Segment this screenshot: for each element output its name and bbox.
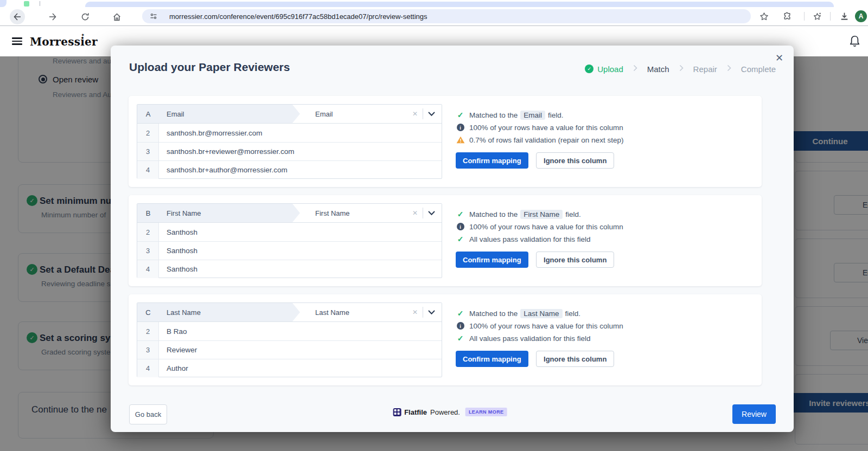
- row-number: 4: [137, 260, 159, 278]
- notifications-bell-icon[interactable]: [849, 35, 860, 50]
- column-letter: A: [137, 110, 159, 118]
- step-complete: Complete: [741, 65, 776, 74]
- url-text[interactable]: morressier.com/conference/event/695c916f…: [169, 12, 427, 21]
- table-row: 3 Santhosh: [137, 241, 442, 260]
- import-stepper: ✓UploadMatchRepairComplete: [585, 64, 776, 74]
- table-row: 4 santhosh.br+author@morressier.com: [137, 160, 442, 179]
- validation-note: ✓ Matched to theFirst Namefield.: [456, 210, 754, 218]
- brand-logo[interactable]: Morressier✦: [30, 35, 98, 48]
- table-row: 2 santhosh.br@morressier.com: [137, 124, 442, 142]
- back-icon[interactable]: [10, 9, 25, 24]
- close-icon[interactable]: ✕: [773, 51, 786, 65]
- validation-notes: ✓ Matched to theFirst Namefield. i 100% …: [456, 210, 754, 243]
- toolbar-divider: [830, 12, 831, 21]
- extensions-icon[interactable]: [781, 11, 792, 22]
- go-back-button[interactable]: Go back: [129, 404, 167, 424]
- reload-icon[interactable]: [78, 9, 93, 24]
- row-number: 3: [137, 143, 159, 160]
- clear-selection-icon[interactable]: ✕: [412, 308, 418, 316]
- menu-icon[interactable]: [12, 37, 22, 45]
- column-mapping-block: C Last Name Last Name ✕ 2 B Rao 3 Review…: [129, 294, 762, 385]
- info-icon: i: [456, 223, 465, 230]
- tab-favicon: [24, 1, 29, 7]
- row-number: 3: [137, 242, 159, 260]
- column-header-row: C Last Name Last Name ✕: [137, 303, 442, 322]
- tab-divider: [40, 1, 40, 6]
- validation-notes: ✓ Matched to theLast Namefield. i 100% o…: [456, 309, 754, 343]
- ignore-column-button[interactable]: Ignore this column: [536, 152, 614, 169]
- browser-tab-strip: [0, 0, 868, 7]
- row-value: Santhosh: [159, 242, 442, 260]
- step-match: Match: [647, 65, 669, 74]
- upload-reviewers-modal: Upload your Paper Reviewers ✕ ✓UploadMat…: [111, 46, 794, 432]
- source-column-table: C Last Name Last Name ✕ 2 B Rao 3 Review…: [137, 302, 442, 377]
- extension-star-icon[interactable]: [812, 11, 822, 22]
- table-row: 2 B Rao: [137, 322, 442, 340]
- step-check-icon: ✓: [585, 65, 593, 73]
- info-icon: i: [456, 124, 465, 131]
- column-header-row: A Email Email ✕: [137, 105, 442, 124]
- row-value: Author: [159, 359, 442, 377]
- chevron-down-icon[interactable]: [428, 208, 435, 218]
- field-select[interactable]: Last Name ✕: [300, 303, 442, 321]
- learn-more-link[interactable]: LEARN MORE: [465, 408, 507, 416]
- mapping-actions: Confirm mapping Ignore this column: [456, 252, 754, 268]
- download-icon[interactable]: [839, 11, 850, 22]
- screen: morressier.com/conference/event/695c916f…: [0, 0, 868, 451]
- chevron-down-icon[interactable]: [428, 109, 435, 119]
- table-row: 4 Author: [137, 359, 442, 377]
- validation-note: ✓ All values pass validation for this fi…: [456, 334, 754, 343]
- column-letter: C: [137, 308, 159, 317]
- mapping-actions: Confirm mapping Ignore this column: [456, 351, 754, 367]
- confirm-mapping-button[interactable]: Confirm mapping: [456, 252, 528, 268]
- flatfile-suffix: Powered.: [430, 408, 460, 416]
- browser-toolbar: morressier.com/conference/event/695c916f…: [0, 7, 868, 26]
- column-mapping-list: A Email Email ✕ 2 santhosh.br@morressier…: [129, 96, 762, 394]
- validation-note: ✓ All values pass validation for this fi…: [456, 235, 754, 243]
- check-icon: ✓: [456, 309, 465, 318]
- matched-field-pill: Last Name: [520, 309, 562, 318]
- field-select[interactable]: First Name ✕: [300, 204, 442, 222]
- row-value: santhosh.br+reviewer@morressier.com: [159, 143, 442, 160]
- forward-icon[interactable]: [45, 9, 60, 24]
- check-icon: ✓: [456, 111, 465, 119]
- clear-selection-icon[interactable]: ✕: [412, 209, 418, 217]
- tab-strip-background: [85, 2, 834, 7]
- brand-star-icon: ✦: [81, 33, 85, 37]
- tab-strip-corner: [0, 0, 7, 7]
- matched-field-pill: Email: [520, 111, 545, 120]
- row-number: 4: [137, 161, 159, 179]
- chevron-down-icon[interactable]: [428, 307, 435, 317]
- source-column-header: C Last Name: [137, 303, 300, 321]
- flatfile-badge: Flatfile Powered. LEARN MORE: [393, 408, 507, 416]
- check-icon: ✓: [456, 334, 465, 343]
- column-mapping-block: A Email Email ✕ 2 santhosh.br@morressier…: [129, 96, 762, 187]
- select-divider: [423, 208, 423, 218]
- check-icon: ✓: [456, 210, 465, 218]
- source-column-name: Email: [159, 110, 184, 118]
- row-number: 2: [137, 223, 159, 241]
- sample-rows: 2 santhosh.br@morressier.com 3 santhosh.…: [137, 124, 442, 179]
- ignore-column-button[interactable]: Ignore this column: [536, 252, 614, 268]
- field-select[interactable]: Email ✕: [300, 105, 442, 123]
- info-icon: i: [456, 322, 465, 330]
- clear-selection-icon[interactable]: ✕: [412, 110, 418, 118]
- validation-note: i 100% of your rows have a value for thi…: [456, 123, 754, 132]
- step-chevron-icon: [727, 64, 731, 74]
- confirm-mapping-button[interactable]: Confirm mapping: [456, 152, 528, 169]
- home-icon[interactable]: [109, 9, 124, 24]
- browser-profile-avatar[interactable]: A: [855, 10, 867, 22]
- sample-rows: 2 Santhosh 3 Santhosh 4 Santhosh: [137, 223, 442, 278]
- ignore-column-button[interactable]: Ignore this column: [536, 351, 614, 367]
- confirm-mapping-button[interactable]: Confirm mapping: [456, 351, 528, 367]
- bookmark-star-icon[interactable]: [758, 11, 769, 22]
- sample-rows: 2 B Rao 3 Reviewer 4 Author: [137, 322, 442, 377]
- site-settings-icon[interactable]: [150, 12, 157, 20]
- field-select-value: First Name: [315, 209, 412, 217]
- source-column-name: Last Name: [159, 308, 201, 317]
- review-button[interactable]: Review: [732, 404, 776, 424]
- column-header-row: B First Name First Name ✕: [137, 204, 442, 223]
- step-upload: ✓Upload: [585, 65, 623, 74]
- url-bar[interactable]: morressier.com/conference/event/695c916f…: [142, 9, 751, 23]
- mapping-status-panel: ✓ Matched to theEmailfield. i 100% of yo…: [442, 104, 754, 179]
